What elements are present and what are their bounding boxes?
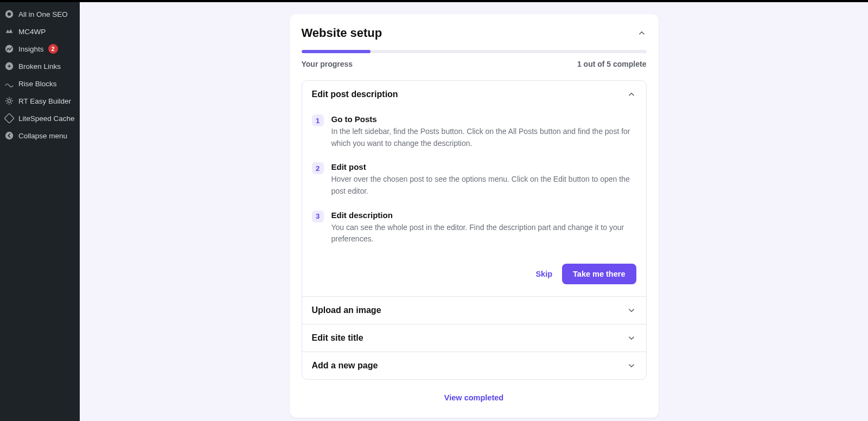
sidebar-item-rise-blocks[interactable]: Rise Blocks [0,75,80,92]
sidebar-item-all-in-one-seo[interactable]: All in One SEO [0,5,80,23]
broken-links-icon [4,61,14,71]
task-edit-site-title[interactable]: Edit site title [302,324,646,352]
view-completed-link[interactable]: View completed [444,393,503,402]
sidebar-item-label: LiteSpeed Cache [18,114,75,123]
step-number: 3 [312,210,324,222]
gear-icon [4,96,14,106]
sidebar-item-label: All in One SEO [18,10,68,18]
chevron-up-icon [627,90,636,99]
task-edit-post-description[interactable]: Edit post description [302,81,646,108]
progress-label: Your progress [302,60,353,68]
insights-badge: 2 [48,44,58,54]
task-title: Edit post description [312,90,398,99]
seo-icon [4,9,14,19]
sidebar-item-insights[interactable]: Insights 2 [0,40,80,58]
sidebar: All in One SEO MC4WP Insights 2 Broken L… [0,2,80,421]
progress-bar [302,50,647,53]
step-3: 3 Edit description You can see the whole… [312,206,636,254]
task-add-a-new-page[interactable]: Add a new page [302,352,646,379]
task-actions: Skip Take me there [302,259,646,296]
layout: All in One SEO MC4WP Insights 2 Broken L… [0,2,868,421]
chevron-down-icon [627,305,636,315]
sidebar-item-label: Collapse menu [18,132,67,140]
step-title: Edit post [331,162,636,171]
main-content: Website setup Your progress 1 out of 5 c… [80,2,868,421]
task-title: Add a new page [312,361,378,371]
chevron-down-icon [627,333,636,343]
sidebar-item-broken-links[interactable]: Broken Links [0,58,80,75]
svg-point-6 [5,132,13,139]
website-setup-card: Website setup Your progress 1 out of 5 c… [290,14,659,418]
insights-icon [4,44,14,54]
sidebar-item-mc4wp[interactable]: MC4WP [0,23,80,40]
step-desc: In the left sidebar, find the Posts butt… [331,126,636,149]
task-upload-an-image[interactable]: Upload an image [302,297,646,324]
sidebar-item-label: Insights [18,45,44,53]
svg-point-4 [8,99,10,102]
card-header[interactable]: Website setup [302,26,647,40]
chevron-down-icon [627,361,636,371]
skip-button[interactable]: Skip [535,270,552,278]
svg-point-1 [8,12,11,16]
step-2: 2 Edit post Hover over the chosen post t… [312,158,636,206]
step-title: Go to Posts [331,114,636,124]
sidebar-item-label: MC4WP [18,28,46,36]
step-title: Edit description [331,210,636,220]
chevron-up-icon [637,28,647,38]
view-completed-row: View completed [302,393,647,403]
step-desc: Hover over the chosen post to see the op… [331,174,636,197]
take-me-there-button[interactable]: Take me there [562,264,636,284]
step-number: 2 [312,162,324,174]
sidebar-item-litespeed-cache[interactable]: LiteSpeed Cache [0,110,80,127]
svg-rect-5 [4,113,14,123]
mc4wp-icon [4,27,14,36]
sidebar-item-collapse-menu[interactable]: Collapse menu [0,127,80,144]
step-desc: You can see the whole post in the editor… [331,222,636,245]
sidebar-item-rt-easy-builder[interactable]: RT Easy Builder [0,92,80,110]
step-1: 1 Go to Posts In the left sidebar, find … [312,110,636,158]
task-list: Edit post description 1 Go to Posts In t… [302,80,647,380]
progress-row: Your progress 1 out of 5 complete [302,60,647,68]
sidebar-item-label: Broken Links [18,62,61,71]
sidebar-item-label: RT Easy Builder [18,97,71,105]
task-title: Upload an image [312,305,381,315]
litespeed-icon [4,113,14,123]
task-title: Edit site title [312,333,363,343]
task-steps: 1 Go to Posts In the left sidebar, find … [302,108,646,259]
card-title: Website setup [302,26,382,40]
rise-blocks-icon [4,79,14,88]
collapse-icon [4,131,14,141]
progress-fill [302,50,371,53]
sidebar-item-label: Rise Blocks [18,80,57,88]
progress-status: 1 out of 5 complete [577,60,647,68]
step-number: 1 [312,114,324,126]
